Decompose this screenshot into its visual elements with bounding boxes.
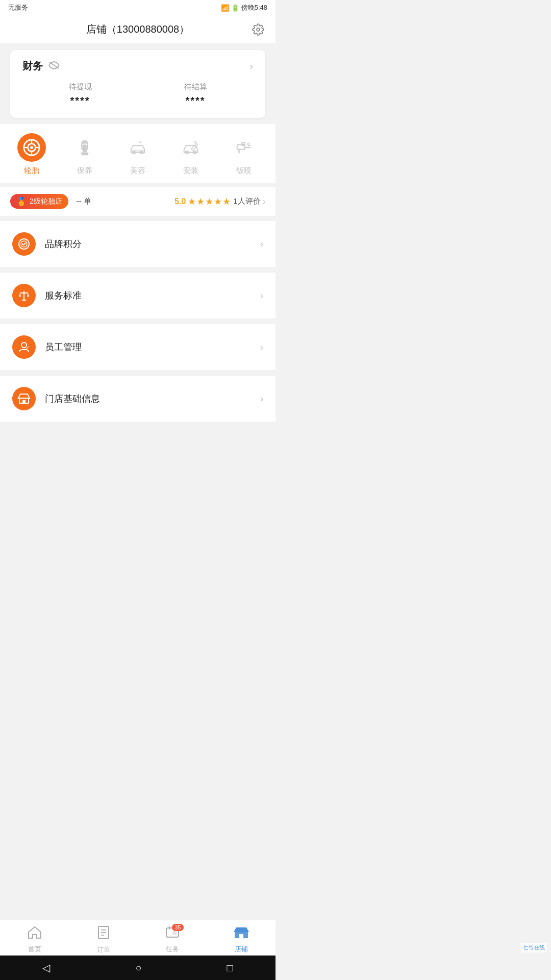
brand-points-label: 品牌积分 [45, 238, 260, 250]
badge-medal-icon: 🏅 [16, 197, 27, 206]
beauty-icon-wrap [123, 133, 152, 162]
finance-card: 财务 › 待提现 **** 待结算 **** [10, 50, 265, 118]
pending-withdrawal-value: **** [69, 95, 92, 107]
pending-settlement: 待结算 **** [184, 82, 207, 107]
status-icons: 📶 🔋 傍晚5:48 [221, 3, 267, 12]
brand-points-icon-wrap [12, 232, 36, 256]
shop-info-icon-wrap [12, 387, 36, 410]
service-beauty[interactable]: 美容 [117, 133, 158, 176]
staff-management-icon-wrap [12, 335, 36, 359]
service-tire[interactable]: 轮胎 [11, 133, 52, 176]
service-standard-label: 服务标准 [45, 289, 260, 302]
pending-withdrawal: 待提现 **** [69, 82, 92, 107]
rating-chevron-icon: › [263, 197, 265, 206]
beauty-label: 美容 [130, 166, 145, 176]
service-maintenance[interactable]: 保养 [64, 133, 105, 176]
menu-item-shop-info[interactable]: 门店基础信息 › [0, 376, 276, 422]
pending-withdrawal-label: 待提现 [69, 82, 92, 92]
rating-count: 1人评价 [233, 197, 260, 206]
status-carrier: 无服务 [8, 3, 28, 12]
brand-points-chevron-icon: › [260, 239, 263, 250]
header: 店铺（13000880008） [0, 15, 276, 44]
pending-settlement-value: **** [184, 95, 207, 107]
menu-section: 品牌积分 › 服务标准 › [0, 221, 276, 422]
shop-level-text: 2级轮胎店 [30, 197, 62, 206]
bluetooth-icon: 📶 [221, 4, 229, 12]
finance-header: 财务 › [22, 59, 253, 73]
maintenance-icon-wrap [70, 133, 99, 162]
service-paint[interactable]: 钣喷 [223, 133, 264, 176]
maintenance-label: 保养 [77, 166, 92, 176]
service-standard-icon-wrap [12, 284, 36, 307]
status-bar: 无服务 📶 🔋 傍晚5:48 [0, 0, 276, 15]
svg-rect-11 [82, 142, 87, 144]
svg-point-29 [21, 342, 27, 348]
shop-orders-text: -- 单 [77, 197, 91, 206]
svg-line-30 [27, 347, 29, 349]
install-icon-wrap [177, 133, 205, 162]
svg-rect-32 [22, 400, 26, 403]
menu-item-staff-management[interactable]: 员工管理 › [0, 324, 276, 371]
settings-button[interactable] [251, 22, 265, 37]
shop-info-chevron-icon: › [260, 394, 263, 404]
rating-score: 5.0 [174, 197, 186, 206]
install-label: 安装 [183, 166, 198, 176]
menu-item-brand-points[interactable]: 品牌积分 › [0, 221, 276, 267]
service-standard-chevron-icon: › [260, 290, 263, 301]
svg-point-4 [30, 146, 33, 149]
shop-rating[interactable]: 5.0 ★★★★★ 1人评价 › [174, 196, 265, 207]
tire-label: 轮胎 [24, 166, 39, 176]
paint-label: 钣喷 [236, 166, 252, 176]
finance-arrow-icon[interactable]: › [249, 60, 253, 72]
tire-icon-wrap [17, 133, 46, 162]
finance-title-row: 财务 [22, 59, 60, 73]
wifi-icon: 🔋 [231, 4, 239, 12]
eye-toggle-icon[interactable] [48, 60, 60, 72]
shop-info-row: 🏅 2级轮胎店 -- 单 5.0 ★★★★★ 1人评价 › [0, 187, 276, 216]
pending-settlement-label: 待结算 [184, 82, 207, 92]
svg-point-0 [257, 28, 260, 31]
page-title: 店铺（13000880008） [86, 22, 189, 36]
service-install[interactable]: 安装 [170, 133, 211, 176]
finance-title: 财务 [22, 59, 43, 73]
staff-management-chevron-icon: › [260, 342, 263, 353]
paint-icon-wrap [230, 133, 258, 162]
svg-rect-10 [83, 144, 87, 152]
menu-item-service-standard[interactable]: 服务标准 › [0, 273, 276, 319]
finance-amounts: 待提现 **** 待结算 **** [22, 82, 253, 107]
rating-stars: ★★★★★ [188, 196, 231, 207]
services-row: 轮胎 保养 [0, 124, 276, 183]
staff-management-label: 员工管理 [45, 341, 260, 353]
shop-badge: 🏅 2级轮胎店 [10, 194, 68, 209]
shop-info-label: 门店基础信息 [45, 393, 260, 405]
status-time: 傍晚5:48 [241, 3, 267, 12]
